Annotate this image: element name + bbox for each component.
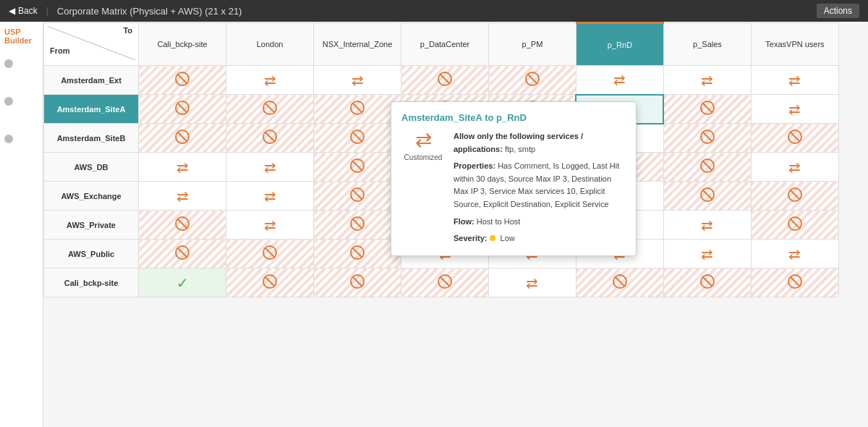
- cell-1-7[interactable]: ⇄: [751, 95, 838, 124]
- tooltip-services: Allow only the following services / appl…: [454, 130, 626, 156]
- cell-3-0[interactable]: ⇄: [139, 153, 226, 182]
- check-icon: ✓: [176, 275, 189, 291]
- sidebar-title: USP Builder: [4, 28, 38, 45]
- cell-4-6[interactable]: [663, 182, 751, 211]
- blocked-icon: [349, 100, 365, 116]
- svg-line-12: [353, 103, 362, 113]
- cell-4-1[interactable]: ⇄: [226, 182, 314, 211]
- main-layout: USP Builder To: [0, 22, 868, 427]
- cell-0-6[interactable]: ⇄: [663, 66, 751, 95]
- svg-line-46: [790, 190, 799, 200]
- blocked-icon: [612, 274, 628, 289]
- blocked-icon: [787, 129, 803, 145]
- blocked-icon: [174, 129, 190, 145]
- cell-5-7[interactable]: [751, 211, 838, 240]
- cell-2-7[interactable]: [751, 124, 838, 153]
- cell-1-6[interactable]: [663, 95, 751, 124]
- row-header-2: Amsterdam_SiteB: [44, 124, 139, 153]
- back-arrow-icon: ◀: [9, 6, 15, 16]
- cell-3-7[interactable]: ⇄: [751, 153, 838, 182]
- arrow-icon: ⇄: [526, 275, 538, 291]
- cell-5-0[interactable]: [139, 211, 226, 240]
- cell-7-0[interactable]: ✓: [139, 269, 226, 297]
- blocked-icon: [174, 100, 190, 116]
- actions-button[interactable]: Actions: [817, 4, 859, 18]
- cell-6-2[interactable]: [314, 240, 401, 269]
- blocked-icon: [349, 187, 365, 203]
- cell-7-3[interactable]: [401, 269, 489, 297]
- blocked-icon: [262, 100, 278, 116]
- svg-line-66: [615, 277, 624, 287]
- tooltip-to-text: to: [485, 112, 496, 123]
- svg-line-30: [702, 132, 712, 142]
- svg-line-56: [265, 248, 275, 258]
- corner-header: To From: [44, 23, 139, 66]
- cell-7-6[interactable]: [663, 269, 751, 297]
- cell-0-3[interactable]: [401, 66, 489, 95]
- tooltip-flow-label: Flow:: [454, 217, 475, 226]
- cell-6-7[interactable]: ⇄: [751, 240, 838, 269]
- cell-3-6[interactable]: [663, 153, 751, 182]
- cell-0-7[interactable]: ⇄: [751, 66, 838, 95]
- cell-7-1[interactable]: [226, 269, 314, 297]
- tooltip-properties: Properties: Has Comment, Is Logged, Last…: [454, 160, 626, 211]
- blocked-icon: [524, 71, 540, 87]
- table-row: Amsterdam_Ext ⇄⇄ ⇄⇄⇄: [44, 66, 839, 95]
- cell-7-7[interactable]: [751, 269, 838, 297]
- cell-4-0[interactable]: ⇄: [139, 182, 226, 211]
- cell-2-1[interactable]: [226, 124, 314, 153]
- blocked-icon: [174, 245, 190, 261]
- cell-2-2[interactable]: [314, 124, 401, 153]
- cell-5-2[interactable]: [314, 211, 401, 240]
- cell-2-0[interactable]: [139, 124, 226, 153]
- cell-1-2[interactable]: [314, 95, 401, 124]
- cell-1-1[interactable]: [226, 95, 314, 124]
- blocked-icon: [787, 187, 803, 203]
- cell-4-7[interactable]: [751, 182, 838, 211]
- svg-line-2: [178, 75, 187, 84]
- cell-0-1[interactable]: ⇄: [226, 66, 314, 95]
- cell-6-1[interactable]: [226, 240, 314, 269]
- col-header-4: p_PM: [489, 23, 576, 66]
- svg-line-44: [702, 190, 712, 200]
- cell-0-4[interactable]: [489, 66, 576, 95]
- cell-0-0[interactable]: [139, 66, 226, 95]
- cell-5-6[interactable]: ⇄: [663, 211, 751, 240]
- svg-line-58: [353, 248, 362, 258]
- col-header-5: p_RnD: [576, 23, 663, 66]
- cell-0-5[interactable]: ⇄: [576, 66, 663, 95]
- topbar-divider: |: [46, 6, 48, 16]
- cell-3-2[interactable]: [314, 153, 401, 182]
- arrow-icon: ⇄: [264, 72, 276, 88]
- matrix-container[interactable]: To From Cali_bckp-site: [43, 22, 868, 427]
- cell-5-1[interactable]: ⇄: [226, 211, 314, 240]
- svg-line-60: [265, 277, 275, 287]
- svg-line-18: [703, 103, 712, 113]
- svg-line-42: [353, 190, 362, 200]
- cell-2-6[interactable]: [663, 124, 751, 153]
- tooltip-icon-label: Customized: [404, 153, 443, 161]
- row-header-7: Cali_bckp-site: [44, 269, 139, 297]
- cell-0-2[interactable]: ⇄: [314, 66, 401, 95]
- svg-line-62: [353, 277, 362, 287]
- cell-7-5[interactable]: [576, 269, 663, 297]
- tooltip-severity: Severity: Low: [454, 232, 626, 245]
- blocked-icon: [699, 158, 715, 174]
- blocked-icon: [699, 129, 715, 145]
- cell-6-6[interactable]: ⇄: [663, 240, 751, 269]
- topbar-title: Corporate Matrix (Physical + AWS) (21 x …: [57, 6, 242, 17]
- sidebar-decorations: [4, 59, 13, 143]
- cell-4-2[interactable]: [314, 182, 401, 211]
- cell-7-2[interactable]: [314, 269, 401, 297]
- blocked-icon: [699, 100, 715, 116]
- table-row: Cali_bckp-site✓ ⇄: [44, 269, 839, 297]
- cell-3-1[interactable]: ⇄: [226, 153, 314, 182]
- svg-line-4: [441, 75, 450, 84]
- cell-1-0[interactable]: [139, 95, 226, 124]
- back-button[interactable]: ◀ Back: [9, 6, 38, 16]
- cell-7-4[interactable]: ⇄: [489, 269, 576, 297]
- svg-line-34: [353, 161, 362, 171]
- svg-line-54: [178, 248, 187, 258]
- arrow-icon: ⇄: [352, 72, 364, 88]
- cell-6-0[interactable]: [139, 240, 226, 269]
